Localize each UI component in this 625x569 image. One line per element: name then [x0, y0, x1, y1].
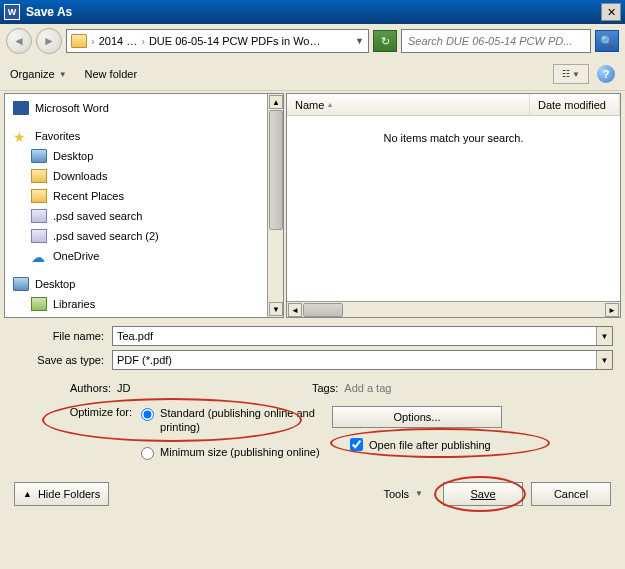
tree-item-desktop[interactable]: Desktop [7, 146, 281, 166]
tree-scrollbar[interactable]: ▲ ▼ [267, 94, 283, 317]
scroll-thumb[interactable] [269, 110, 283, 230]
form-area: File name: ▼ Save as type: ▼ Authors: JD… [0, 320, 625, 402]
savetype-select[interactable] [112, 350, 613, 370]
folder-icon [71, 34, 87, 48]
cancel-button[interactable]: Cancel [531, 482, 611, 506]
tree-label: Libraries [53, 298, 95, 310]
recent-icon [31, 189, 47, 203]
tools-label: Tools [383, 488, 409, 500]
tree-item-favorites[interactable]: ★ Favorites [7, 126, 281, 146]
filename-dropdown-arrow[interactable]: ▼ [596, 327, 612, 345]
saved-search-icon [31, 229, 47, 243]
tree-item-word[interactable]: Microsoft Word [7, 98, 281, 118]
view-icon: ☷ [562, 69, 570, 79]
optimize-standard-radio[interactable] [141, 408, 154, 421]
footer: ▲ Hide Folders Tools ▼ Save Cancel [0, 474, 625, 514]
tree-label: Downloads [53, 170, 107, 182]
organize-menu[interactable]: Organize ▼ [10, 68, 67, 80]
column-header-date[interactable]: Date modified [530, 94, 620, 115]
scroll-left-arrow[interactable]: ◄ [288, 303, 302, 317]
tags-label: Tags: [312, 382, 338, 394]
chevron-right-icon: › [141, 35, 145, 47]
options-area: Optimize for: Standard (publishing onlin… [0, 402, 625, 474]
empty-message: No items match your search. [384, 132, 524, 144]
desktop-icon [13, 277, 29, 291]
optimize-minimum-label[interactable]: Minimum size (publishing online) [160, 445, 320, 459]
titlebar: W Save As ✕ [0, 0, 625, 24]
authors-label: Authors: [70, 382, 111, 394]
view-options-button[interactable]: ☷ ▼ [553, 64, 589, 84]
forward-button[interactable]: ► [36, 28, 62, 54]
hide-folders-button[interactable]: ▲ Hide Folders [14, 482, 109, 506]
search-box[interactable] [401, 29, 591, 53]
filename-input[interactable] [112, 326, 613, 346]
organize-label: Organize [10, 68, 55, 80]
chevron-down-icon: ▼ [572, 70, 580, 79]
column-label: Date modified [538, 99, 606, 111]
search-input[interactable] [402, 35, 590, 47]
saved-search-icon [31, 209, 47, 223]
file-list-header: Name ▴ Date modified [287, 94, 620, 116]
tree-item-onedrive[interactable]: ☁ OneDrive [7, 246, 281, 266]
file-list: Name ▴ Date modified No items match your… [286, 93, 621, 318]
window-title: Save As [26, 5, 601, 19]
chevron-up-icon: ▲ [23, 489, 32, 499]
cloud-icon: ☁ [31, 249, 47, 263]
tree-item-saved-search-2[interactable]: .psd saved search (2) [7, 226, 281, 246]
tree-item-libraries[interactable]: Libraries [7, 294, 281, 314]
tree-label: .psd saved search (2) [53, 230, 159, 242]
chevron-down-icon: ▼ [415, 489, 423, 498]
open-after-checkbox[interactable] [350, 438, 363, 451]
scroll-right-arrow[interactable]: ► [605, 303, 619, 317]
chevron-right-icon: › [91, 35, 95, 47]
close-button[interactable]: ✕ [601, 3, 621, 21]
breadcrumb-part[interactable]: DUE 06-05-14 PCW PDFs in Wo… [149, 35, 321, 47]
authors-value[interactable]: JD [117, 382, 130, 394]
nav-bar: ◄ ► › 2014 … › DUE 06-05-14 PCW PDFs in … [0, 24, 625, 58]
chevron-down-icon[interactable]: ▼ [355, 36, 364, 46]
filename-label: File name: [12, 330, 112, 342]
tree-item-desktop-root[interactable]: Desktop [7, 274, 281, 294]
tree-label: .psd saved search [53, 210, 142, 222]
breadcrumb-part[interactable]: 2014 … [99, 35, 138, 47]
tree-label: OneDrive [53, 250, 99, 262]
hide-folders-label: Hide Folders [38, 488, 100, 500]
tree-label: Favorites [35, 130, 80, 142]
libraries-icon [31, 297, 47, 311]
file-list-hscrollbar[interactable]: ◄ ► [287, 301, 620, 317]
search-button[interactable]: 🔍 [595, 30, 619, 52]
scroll-down-arrow[interactable]: ▼ [269, 302, 283, 316]
tree-item-saved-search[interactable]: .psd saved search [7, 206, 281, 226]
help-button[interactable]: ? [597, 65, 615, 83]
optimize-minimum-radio[interactable] [141, 447, 154, 460]
save-button[interactable]: Save [443, 482, 523, 506]
savetype-label: Save as type: [12, 354, 112, 366]
refresh-button[interactable]: ↻ [373, 30, 397, 52]
address-bar[interactable]: › 2014 … › DUE 06-05-14 PCW PDFs in Wo… … [66, 29, 369, 53]
tags-input[interactable] [344, 382, 613, 394]
tree-item-recent[interactable]: Recent Places [7, 186, 281, 206]
word-icon [13, 101, 29, 115]
tree-label: Desktop [35, 278, 75, 290]
scroll-thumb[interactable] [303, 303, 343, 317]
desktop-icon [31, 149, 47, 163]
column-header-name[interactable]: Name ▴ [287, 94, 530, 115]
tree-label: Desktop [53, 150, 93, 162]
new-folder-button[interactable]: New folder [85, 68, 138, 80]
downloads-icon [31, 169, 47, 183]
new-folder-label: New folder [85, 68, 138, 80]
folder-tree: Microsoft Word ★ Favorites Desktop Downl… [4, 93, 284, 318]
tree-item-downloads[interactable]: Downloads [7, 166, 281, 186]
back-button[interactable]: ◄ [6, 28, 32, 54]
file-list-body: No items match your search. [287, 116, 620, 301]
tree-label: Recent Places [53, 190, 124, 202]
open-after-label[interactable]: Open file after publishing [369, 439, 491, 451]
scroll-up-arrow[interactable]: ▲ [269, 95, 283, 109]
tree-label: Microsoft Word [35, 102, 109, 114]
optimize-label: Optimize for: [62, 406, 138, 418]
options-button[interactable]: Options... [332, 406, 502, 428]
tools-menu[interactable]: Tools ▼ [383, 488, 423, 500]
savetype-dropdown-arrow[interactable]: ▼ [596, 351, 612, 369]
star-icon: ★ [13, 129, 29, 143]
optimize-standard-label[interactable]: Standard (publishing online and printing… [160, 406, 321, 435]
